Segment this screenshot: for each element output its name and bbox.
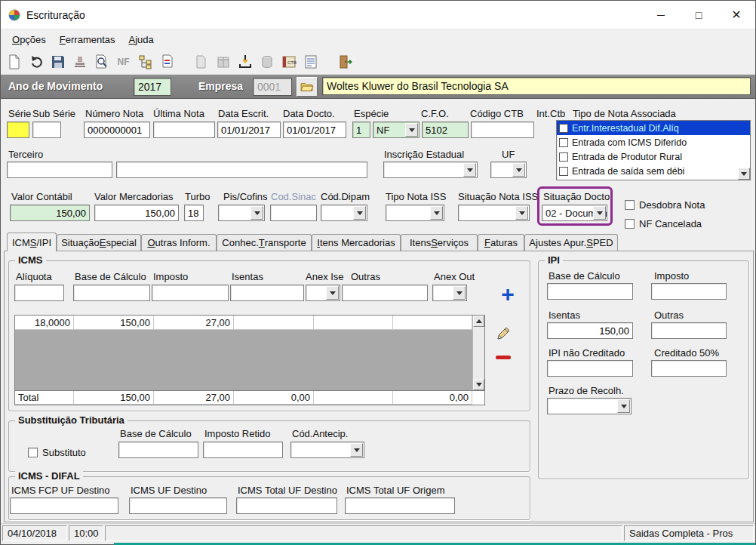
dropdown-button[interactable] (593, 206, 606, 220)
desdobra-nota-checkbox[interactable] (625, 200, 635, 210)
icms-isentas-field[interactable] (230, 285, 304, 301)
dropdown-button[interactable] (326, 286, 339, 300)
add-row-button[interactable]: + (496, 283, 520, 306)
icms-outras-field[interactable] (342, 285, 428, 301)
delete-row-button[interactable] (493, 348, 514, 366)
report-button[interactable] (300, 52, 321, 72)
tipo-nota-item-3[interactable]: Entrada de saída sem débi (557, 164, 750, 178)
st-base-field[interactable] (118, 442, 198, 458)
exit-button[interactable] (334, 52, 355, 72)
copy-button[interactable] (191, 52, 211, 72)
tipo-nota-item-1[interactable]: Entrada com ICMS Diferido (557, 135, 750, 149)
dropdown-button[interactable] (430, 206, 443, 220)
tipo-nota-iss-dropdown[interactable] (386, 205, 444, 221)
empresa-code-field[interactable]: 0001 (253, 78, 292, 96)
tree-button[interactable] (135, 52, 155, 72)
especie-code-field[interactable] (352, 122, 370, 138)
package-button[interactable] (213, 52, 233, 72)
tab-icms-ipi[interactable]: ICMS/IPI (7, 232, 57, 251)
tipo-nota-item-2[interactable]: Entrada de Produtor Rural (557, 149, 750, 164)
undo-button[interactable] (26, 52, 46, 72)
dropdown-button[interactable] (250, 206, 263, 220)
dropdown-button[interactable] (353, 206, 366, 220)
codigo-ctb-field[interactable] (471, 122, 534, 138)
icms-base-field[interactable] (73, 285, 150, 301)
terceiro-name-field[interactable] (116, 162, 367, 178)
dropdown-button[interactable] (350, 443, 363, 457)
situacao-docto-dropdown[interactable]: 02 - Documen (542, 205, 607, 221)
tab-itens-mercadorias[interactable]: Itens Mercadorias (312, 234, 401, 251)
save-button[interactable] (48, 52, 68, 72)
nf-cancelada-checkbox[interactable] (625, 219, 635, 229)
grid-data-row[interactable]: 18,0000 150,00 27,00 (15, 316, 472, 330)
transfer-button[interactable] (157, 52, 177, 72)
difal-uf-destino-field[interactable] (129, 497, 227, 514)
tab-outras-inform[interactable]: Outras Inform. (141, 234, 217, 251)
ipi-isentas-field[interactable] (547, 322, 633, 339)
cfo-field[interactable] (422, 122, 469, 138)
new-button[interactable] (4, 52, 24, 72)
ipi-outras-field[interactable] (651, 322, 727, 339)
data-docto-field[interactable] (283, 122, 346, 138)
nf-button[interactable]: NF (113, 52, 134, 72)
menu-ajuda[interactable]: Ajuda (122, 31, 161, 48)
scroll-down-button[interactable] (473, 379, 484, 390)
data-escrit-field[interactable] (217, 122, 281, 138)
dropdown-button[interactable] (515, 206, 528, 220)
anex-out-dropdown[interactable] (432, 285, 467, 301)
grid-scrollbar[interactable] (472, 316, 484, 390)
situacao-nota-iss-dropdown[interactable] (458, 205, 530, 221)
tab-situacao-especial[interactable]: Situação Especial (57, 234, 141, 251)
minimize-button[interactable]: ─ (642, 1, 680, 29)
cod-dipam-dropdown[interactable] (321, 205, 367, 221)
tipo-nota-item-0[interactable]: Entr.Interestadual Dif.Alíq (557, 121, 750, 135)
terceiro-code-field[interactable] (7, 162, 112, 178)
difal-total-origem-field[interactable] (345, 497, 455, 514)
checkbox[interactable] (559, 138, 568, 147)
cod-sinac-field[interactable] (270, 205, 317, 221)
anex-ise-dropdown[interactable] (306, 285, 340, 301)
menu-ferramentas[interactable]: Ferramentas (53, 31, 122, 48)
sub-serie-field[interactable] (32, 122, 61, 138)
valor-mercadorias-field[interactable] (94, 205, 179, 221)
checkbox[interactable] (559, 124, 568, 133)
aliquota-field[interactable] (14, 285, 64, 301)
difal-fcp-field[interactable] (10, 497, 118, 514)
ipi-imposto-field[interactable] (651, 283, 727, 300)
valor-contabil-field[interactable] (10, 205, 90, 221)
open-company-button[interactable] (297, 77, 318, 97)
tab-conhec-transporte[interactable]: Conhec. Transporte (217, 234, 312, 251)
ano-movimento-field[interactable]: 2017 (134, 78, 171, 96)
storage-button[interactable] (257, 52, 277, 72)
ultima-nota-field[interactable] (153, 122, 215, 138)
edit-row-button[interactable] (493, 324, 514, 343)
dropdown-button[interactable] (617, 399, 630, 413)
difal-total-destino-field[interactable] (236, 497, 337, 514)
turbo-field[interactable] (184, 205, 204, 221)
inscricao-estadual-dropdown[interactable] (383, 162, 478, 178)
import-button[interactable] (235, 52, 255, 72)
uf-dropdown[interactable] (490, 162, 527, 178)
substituto-checkbox[interactable] (28, 448, 38, 457)
tab-faturas[interactable]: Faturas (478, 234, 524, 251)
serie-field[interactable] (7, 122, 29, 138)
dropdown-button[interactable] (453, 286, 466, 300)
empresa-name-field[interactable]: Woltes Kluwer do Brasil Tecnologia SA (322, 77, 751, 95)
tab-ajustes-sped[interactable]: Ajustes Apur. SPED (524, 234, 618, 251)
dropdown-button[interactable] (405, 123, 418, 137)
ctb-button[interactable]: CTB (278, 52, 299, 72)
dropdown-button[interactable] (512, 163, 525, 177)
list-scroll-down-button[interactable] (738, 168, 750, 180)
scroll-up-button[interactable] (473, 316, 484, 327)
st-cod-antecip-dropdown[interactable] (290, 442, 364, 458)
icms-imposto-field[interactable] (152, 285, 229, 301)
ipi-nao-creditado-field[interactable] (547, 360, 633, 377)
preview-button[interactable] (91, 52, 112, 72)
menu-opcoes[interactable]: Opções (5, 31, 53, 48)
especie-dropdown[interactable]: NF (373, 122, 419, 138)
close-button[interactable]: ✕ (718, 1, 755, 29)
creditado-50-field[interactable] (651, 360, 727, 377)
dropdown-button[interactable] (463, 163, 476, 177)
stamp-button[interactable] (69, 52, 90, 72)
st-imposto-retido-field[interactable] (203, 442, 283, 458)
